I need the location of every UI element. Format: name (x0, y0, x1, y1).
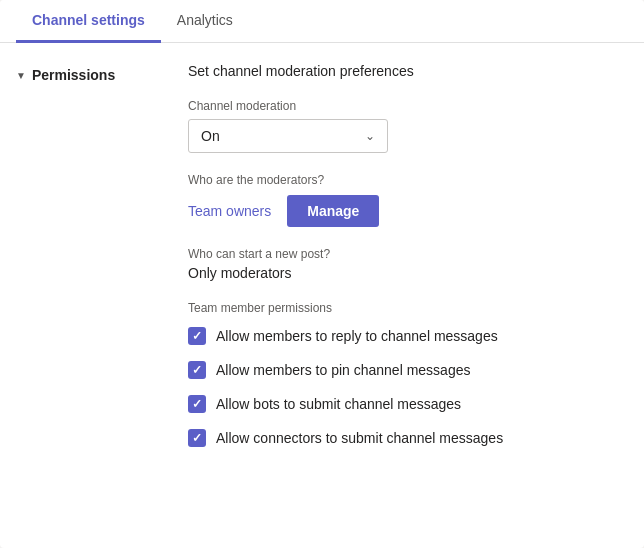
moderation-dropdown[interactable]: On ⌄ (188, 119, 388, 153)
moderators-row: Team owners Manage (188, 195, 620, 227)
moderation-label: Channel moderation (188, 99, 620, 113)
checkbox-reply[interactable]: ✓ (188, 327, 206, 345)
moderators-question: Who are the moderators? (188, 173, 620, 187)
checkbox-connectors[interactable]: ✓ (188, 429, 206, 447)
checkmark-icon: ✓ (192, 431, 202, 445)
sidebar-item-label: Permissions (32, 67, 115, 83)
settings-panel: Channel settings Analytics ▼ Permissions… (0, 0, 644, 548)
checkbox-label-reply: Allow members to reply to channel messag… (216, 328, 498, 344)
post-section: Who can start a new post? Only moderator… (188, 247, 620, 281)
permissions-section: Team member permissions ✓Allow members t… (188, 301, 620, 447)
moderators-section: Who are the moderators? Team owners Mana… (188, 173, 620, 227)
checkbox-label-connectors: Allow connectors to submit channel messa… (216, 430, 503, 446)
checkmark-icon: ✓ (192, 397, 202, 411)
main-content: Set channel moderation preferences Chann… (180, 63, 644, 463)
sidebar: ▼ Permissions (0, 63, 180, 463)
checkmark-icon: ✓ (192, 329, 202, 343)
dropdown-chevron-icon: ⌄ (365, 129, 375, 143)
checkbox-item-bots: ✓Allow bots to submit channel messages (188, 395, 620, 413)
checkbox-bots[interactable]: ✓ (188, 395, 206, 413)
checkboxes-container: ✓Allow members to reply to channel messa… (188, 327, 620, 447)
content-area: ▼ Permissions Set channel moderation pre… (0, 43, 644, 483)
post-question: Who can start a new post? (188, 247, 620, 261)
sidebar-item-permissions[interactable]: ▼ Permissions (16, 63, 164, 87)
section-description: Set channel moderation preferences (188, 63, 620, 79)
checkmark-icon: ✓ (192, 363, 202, 377)
tab-channel-settings[interactable]: Channel settings (16, 0, 161, 43)
checkbox-label-bots: Allow bots to submit channel messages (216, 396, 461, 412)
manage-button[interactable]: Manage (287, 195, 379, 227)
checkbox-item-pin: ✓Allow members to pin channel messages (188, 361, 620, 379)
checkbox-item-reply: ✓Allow members to reply to channel messa… (188, 327, 620, 345)
chevron-down-icon: ▼ (16, 70, 26, 81)
checkbox-item-connectors: ✓Allow connectors to submit channel mess… (188, 429, 620, 447)
tab-analytics[interactable]: Analytics (161, 0, 249, 43)
moderation-value: On (201, 128, 220, 144)
permissions-title: Team member permissions (188, 301, 620, 315)
post-answer: Only moderators (188, 265, 620, 281)
checkbox-label-pin: Allow members to pin channel messages (216, 362, 470, 378)
tab-bar: Channel settings Analytics (0, 0, 644, 43)
checkbox-pin[interactable]: ✓ (188, 361, 206, 379)
team-owners-link[interactable]: Team owners (188, 203, 271, 219)
